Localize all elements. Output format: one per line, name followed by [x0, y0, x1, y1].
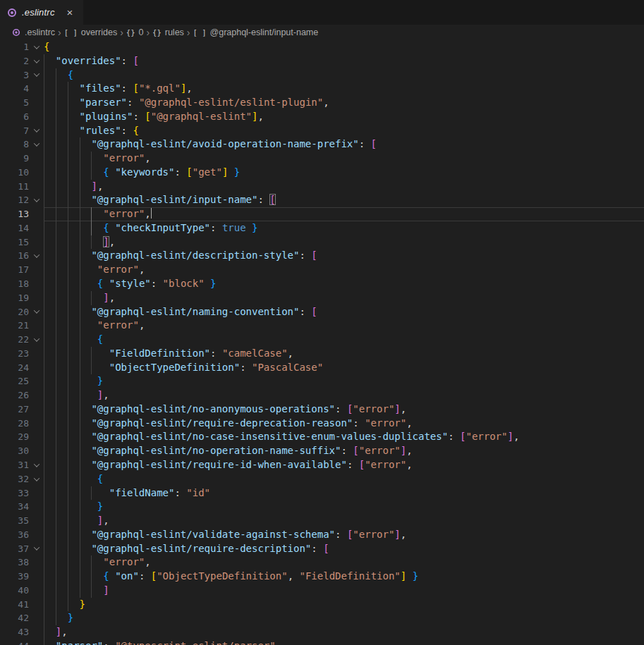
code-line-24[interactable]: 24 "ObjectTypeDefinition": "PascalCase"	[0, 361, 644, 375]
code-text[interactable]: "files": ["*.gql"],	[44, 82, 644, 96]
code-text[interactable]: "@graphql-eslint/description-style": [	[44, 249, 644, 263]
close-icon[interactable]: ×	[67, 7, 73, 18]
code-line-15[interactable]: 15 ],	[0, 235, 644, 250]
code-text[interactable]: { "keywords": ["get"] }	[44, 166, 644, 180]
code-text[interactable]: ],	[44, 625, 644, 639]
code-text[interactable]: "rules": {	[44, 124, 644, 138]
fold-chevron-icon[interactable]	[29, 472, 44, 486]
code-line-20[interactable]: 20 "@graphql-eslint/naming-convention": …	[0, 305, 644, 319]
code-line-35[interactable]: 35 ],	[0, 514, 644, 528]
breadcrumb-item-overrides[interactable]: [ ]overrides	[64, 27, 117, 37]
code-line-39[interactable]: 39 { "on": ["ObjectTypeDefinition", "Fie…	[0, 570, 644, 584]
code-line-23[interactable]: 23 "FieldDefinition": "camelCase",	[0, 347, 644, 361]
code-text[interactable]: "overrides": [	[44, 54, 644, 68]
code-text[interactable]: "@graphql-eslint/input-name": [	[44, 193, 644, 207]
fold-chevron-icon[interactable]	[29, 54, 44, 68]
code-text[interactable]: {	[44, 333, 644, 347]
code-text[interactable]: "@graphql-eslint/no-case-insensitive-enu…	[44, 430, 644, 444]
code-text[interactable]: ],	[44, 388, 644, 403]
breadcrumb-item-0[interactable]: {}0	[126, 27, 144, 37]
code-line-11[interactable]: 11 ],	[0, 180, 644, 194]
code-text[interactable]: "plugins": ["@graphql-eslint"],	[44, 110, 644, 124]
code-line-42[interactable]: 42 }	[0, 611, 644, 625]
code-text[interactable]: "error",	[44, 207, 644, 221]
editor[interactable]: 1{2 "overrides": [3 {4 "files": ["*.gql"…	[0, 40, 644, 645]
code-line-28[interactable]: 28 "@graphql-eslint/require-deprecation-…	[0, 417, 644, 431]
code-text[interactable]: "ObjectTypeDefinition": "PascalCase"	[44, 361, 644, 375]
code-text[interactable]: ],	[44, 514, 644, 528]
code-text[interactable]: "@graphql-eslint/validate-against-schema…	[44, 528, 644, 542]
code-text[interactable]: "parser": "@graphql-eslint/eslint-plugin…	[44, 96, 644, 110]
code-text[interactable]: "error",	[44, 152, 644, 166]
code-text[interactable]: { "checkInputType": true }	[44, 221, 644, 235]
breadcrumb-item--eslintrc[interactable]: .eslintrc	[11, 27, 55, 37]
code-text[interactable]: { "style": "block" }	[44, 277, 644, 291]
tab-eslintrc[interactable]: .eslintrc ×	[0, 0, 83, 25]
code-text[interactable]: "parser": "@typescript-eslint/parser"	[44, 639, 644, 645]
code-line-5[interactable]: 5 "parser": "@graphql-eslint/eslint-plug…	[0, 96, 644, 110]
code-line-1[interactable]: 1{	[0, 40, 644, 54]
code-line-33[interactable]: 33 "fieldName": "id"	[0, 486, 644, 500]
code-line-32[interactable]: 32 {	[0, 472, 644, 486]
code-line-30[interactable]: 30 "@graphql-eslint/no-operation-name-su…	[0, 444, 644, 458]
fold-chevron-icon[interactable]	[29, 249, 44, 263]
code-text[interactable]: ],	[44, 180, 644, 194]
code-text[interactable]: {	[44, 68, 644, 82]
code-line-17[interactable]: 17 "error",	[0, 263, 644, 277]
code-line-13[interactable]: 13 "error",	[0, 207, 644, 221]
code-line-43[interactable]: 43 ],	[0, 625, 644, 639]
code-line-18[interactable]: 18 { "style": "block" }	[0, 277, 644, 291]
breadcrumb-item-rules[interactable]: {}rules	[152, 27, 184, 37]
code-line-22[interactable]: 22 {	[0, 333, 644, 347]
code-line-34[interactable]: 34 }	[0, 500, 644, 514]
code-line-27[interactable]: 27 "@graphql-eslint/no-anonymous-operati…	[0, 403, 644, 417]
code-line-38[interactable]: 38 "error",	[0, 555, 644, 570]
code-text[interactable]: "@graphql-eslint/require-description": [	[44, 542, 644, 556]
fold-chevron-icon[interactable]	[29, 458, 44, 472]
code-text[interactable]: "FieldDefinition": "camelCase",	[44, 347, 644, 361]
code-line-44[interactable]: 44 "parser": "@typescript-eslint/parser"	[0, 639, 644, 645]
code-line-37[interactable]: 37 "@graphql-eslint/require-description"…	[0, 542, 644, 556]
breadcrumb-item--graphql-eslint-input-name[interactable]: [ ]@graphql-eslint/input-name	[193, 27, 319, 37]
code-text[interactable]: "@graphql-eslint/naming-convention": [	[44, 305, 644, 319]
code-text[interactable]: "error",	[44, 555, 644, 570]
code-text[interactable]: "@graphql-eslint/avoid-operation-name-pr…	[44, 137, 644, 152]
code-line-7[interactable]: 7 "rules": {	[0, 124, 644, 138]
code-line-21[interactable]: 21 "error",	[0, 319, 644, 333]
code-line-31[interactable]: 31 "@graphql-eslint/require-id-when-avai…	[0, 458, 644, 472]
code-line-40[interactable]: 40 ]	[0, 584, 644, 598]
code-line-4[interactable]: 4 "files": ["*.gql"],	[0, 82, 644, 96]
fold-chevron-icon[interactable]	[29, 137, 44, 152]
code-text[interactable]: }	[44, 500, 644, 514]
code-text[interactable]: }	[44, 374, 644, 388]
fold-chevron-icon[interactable]	[29, 40, 44, 54]
code-text[interactable]: ],	[44, 291, 644, 305]
code-text[interactable]: }	[44, 611, 644, 625]
code-line-3[interactable]: 3 {	[0, 68, 644, 82]
code-text[interactable]: "@graphql-eslint/no-operation-name-suffi…	[44, 444, 644, 458]
code-text[interactable]: ]	[44, 584, 644, 598]
code-line-10[interactable]: 10 { "keywords": ["get"] }	[0, 166, 644, 180]
code-line-36[interactable]: 36 "@graphql-eslint/validate-against-sch…	[0, 528, 644, 542]
code-text[interactable]: { "on": ["ObjectTypeDefinition", "FieldD…	[44, 570, 644, 584]
code-text[interactable]: "fieldName": "id"	[44, 486, 644, 500]
fold-chevron-icon[interactable]	[29, 193, 44, 207]
code-text[interactable]: "error",	[44, 263, 644, 277]
code-line-41[interactable]: 41 }	[0, 598, 644, 612]
code-line-9[interactable]: 9 "error",	[0, 152, 644, 166]
code-line-25[interactable]: 25 }	[0, 374, 644, 388]
code-line-26[interactable]: 26 ],	[0, 388, 644, 403]
code-text[interactable]: "error",	[44, 319, 644, 333]
code-text[interactable]: ],	[44, 235, 644, 250]
fold-chevron-icon[interactable]	[29, 68, 44, 82]
fold-chevron-icon[interactable]	[29, 305, 44, 319]
code-line-6[interactable]: 6 "plugins": ["@graphql-eslint"],	[0, 110, 644, 124]
code-text[interactable]: "@graphql-eslint/require-id-when-availab…	[44, 458, 644, 472]
code-line-2[interactable]: 2 "overrides": [	[0, 54, 644, 68]
code-text[interactable]: {	[44, 472, 644, 486]
code-text[interactable]: "@graphql-eslint/no-anonymous-operations…	[44, 403, 644, 417]
code-line-8[interactable]: 8 "@graphql-eslint/avoid-operation-name-…	[0, 137, 644, 152]
code-text[interactable]: }	[44, 598, 644, 612]
code-line-29[interactable]: 29 "@graphql-eslint/no-case-insensitive-…	[0, 430, 644, 444]
fold-chevron-icon[interactable]	[29, 333, 44, 347]
